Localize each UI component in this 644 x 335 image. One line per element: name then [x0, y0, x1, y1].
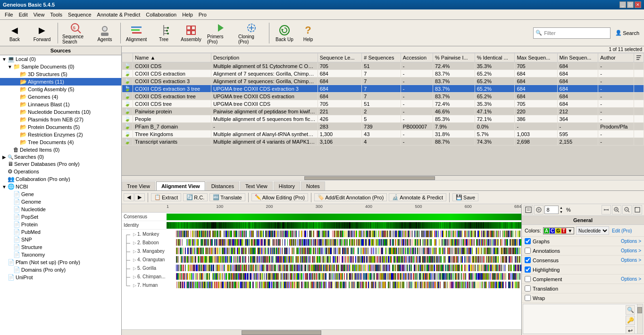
backup-button[interactable]: Back Up	[272, 21, 297, 45]
tab-tree-view[interactable]: Tree View	[122, 181, 155, 190]
sidebar-item-genome[interactable]: 📄 Genome	[0, 198, 121, 206]
sidebar-item-linnaeus[interactable]: 📂 Linnaeus Blast (1)	[0, 101, 121, 108]
col-maxseq-header[interactable]: Max Sequen...	[515, 53, 557, 62]
horizontal-scroll[interactable]	[122, 176, 644, 180]
sidebar-item-domains[interactable]: 📄 Domains (Pro only)	[0, 266, 121, 274]
hscroll-thumb[interactable]	[242, 330, 321, 335]
sidebar-item-ncbi[interactable]: ▼ 🌐 NCBI	[0, 183, 121, 190]
tab-notes[interactable]: Notes	[301, 181, 325, 190]
swatch-dropdown[interactable]: ▼	[567, 228, 573, 233]
minimize-button[interactable]: _	[619, 1, 626, 8]
sidebar-item-deleted[interactable]: 🗑 Deleted Items (0)	[0, 146, 121, 154]
menu-edit[interactable]: Edit	[16, 11, 31, 18]
vscroll-thumb[interactable]	[637, 307, 642, 313]
table-area[interactable]: Name ▲ Description Sequence Le... # Sequ…	[122, 53, 644, 176]
tree-button[interactable]: Tree	[151, 21, 176, 45]
right-panel-btn-1[interactable]	[524, 205, 533, 215]
nav-back-button[interactable]: ◀	[124, 193, 134, 201]
primers-button[interactable]: Primers (Pro)	[206, 21, 235, 45]
sidebar-item-local[interactable]: ▼ 💻 Local (0)	[0, 55, 121, 63]
sidebar-item-restriction-enzymes[interactable]: 📂 Restriction Enzymes (2)	[0, 131, 121, 138]
colors-scheme-select[interactable]: Nucleotide	[576, 226, 609, 235]
sidebar-item-protein[interactable]: 📂 Protein Documents (5)	[0, 123, 121, 131]
expand-toggle[interactable]: ▼	[7, 64, 13, 69]
sidebar-item-snp[interactable]: 📄 SNP	[0, 236, 121, 243]
help-button[interactable]: ? Help	[299, 21, 318, 45]
nav-forward-button[interactable]: ▶	[134, 193, 145, 201]
menu-tools[interactable]: Tools	[47, 11, 65, 18]
col-name-header[interactable]: Name ▲	[133, 53, 211, 62]
side-tool-3[interactable]: ↩	[626, 326, 635, 334]
side-tool-2[interactable]: 🔑	[626, 316, 635, 325]
sidebar-item-sample-docs[interactable]: ▼ 📁 Sample Documents (0)	[0, 63, 121, 70]
highlighting-checkbox[interactable]	[525, 266, 531, 273]
sidebar-item-server[interactable]: 🖥 Server Databases (Pro only)	[0, 160, 121, 168]
sidebar-item-tree-docs[interactable]: 📂 Tree Documents (4)	[0, 138, 121, 146]
col-author-header[interactable]: Author	[598, 53, 634, 62]
graphs-checkbox[interactable]	[525, 238, 531, 244]
add-annotation-button[interactable]: 🏷️ Add/Edit Annotation (Pro)	[314, 193, 387, 201]
search-button[interactable]: 👤 Search	[612, 29, 642, 37]
bottom-hscroll[interactable]	[122, 329, 521, 335]
translate-button[interactable]: 🔤 Translate	[209, 193, 245, 201]
sidebar-item-protein-ncbi[interactable]: 📄 Protein	[0, 221, 121, 228]
col-accession-header[interactable]: Accession	[401, 53, 433, 62]
consensus-options-link[interactable]: Options >	[621, 258, 641, 263]
annotate-predict-button[interactable]: 🔬 Annotate & Predict	[389, 193, 446, 201]
menu-annotate[interactable]: Annotate & Predict	[94, 11, 143, 18]
forward-button[interactable]: ▶ Forward	[29, 21, 55, 45]
sidebar-item-gene[interactable]: 📄 Gene	[0, 190, 121, 198]
sidebar-item-contig[interactable]: 📂 Contig Assembly (5)	[0, 86, 121, 93]
zoom-out-button[interactable]	[622, 205, 632, 215]
menu-sequence[interactable]: Sequence	[65, 11, 94, 18]
sidebar-item-alignments[interactable]: 📂 Alignments (11)	[0, 78, 121, 86]
col-desc-header[interactable]: Description	[211, 53, 318, 62]
sidebar-item-collaboration[interactable]: 👥 Collaboration (Pro only)	[0, 175, 121, 183]
col-minseq-header[interactable]: Min Sequen...	[557, 53, 598, 62]
sidebar-item-3d[interactable]: 📂 3D Structures (5)	[0, 70, 121, 78]
zoom-input[interactable]	[544, 206, 559, 214]
annotations-options-link[interactable]: Options >	[621, 248, 641, 253]
tab-text-view[interactable]: Text View	[240, 181, 273, 190]
col-seqlen-header[interactable]: Sequence Le...	[318, 53, 362, 62]
sidebar-item-pfam[interactable]: 📄 Pfam (Not set up) (Pro only)	[0, 258, 121, 266]
sidebar-item-structure[interactable]: 📄 Structure	[0, 243, 121, 251]
side-tool-1[interactable]: 🔍	[626, 305, 635, 315]
back-button[interactable]: ◀ Back	[2, 21, 27, 45]
save-button[interactable]: 💾 Save	[452, 193, 478, 201]
tab-history[interactable]: History	[274, 181, 300, 190]
complement-checkbox[interactable]	[525, 276, 531, 282]
sequence-search-button[interactable]: S Sequence Search	[61, 21, 90, 45]
menu-help[interactable]: Help	[179, 11, 196, 18]
zoom-in-button[interactable]	[612, 205, 621, 215]
menu-pro[interactable]: Pro	[196, 11, 209, 18]
fullscreen-button[interactable]	[633, 205, 642, 215]
rc-button[interactable]: 🔄 R.C.	[183, 193, 208, 201]
right-panel-scroll[interactable]: 🔍 🔑 ↩ 📋 🔄 ⚙ % ⊕ ▼	[523, 304, 643, 334]
maximize-button[interactable]: □	[627, 1, 634, 8]
tab-distances[interactable]: Distances	[206, 181, 239, 190]
sidebar-item-popset[interactable]: 📄 PopSet	[0, 213, 121, 221]
col-numseq-header[interactable]: # Sequences	[362, 53, 401, 62]
sidebar-item-nucleotide-ncbi[interactable]: 📄 Nucleotide	[0, 206, 121, 213]
sidebar-item-nucleotide[interactable]: 📂 Nucleotide Documents (10)	[0, 108, 121, 116]
annotations-checkbox[interactable]	[525, 248, 531, 254]
sidebar-item-plasmids[interactable]: 📂 Plasmids from NEB (27)	[0, 116, 121, 123]
right-panel-btn-2[interactable]	[534, 205, 544, 215]
menu-view[interactable]: View	[31, 11, 48, 18]
edit-pro-link[interactable]: Edit (Pro)	[612, 228, 632, 233]
sidebar-item-taxonomy[interactable]: 📄 Taxonomy	[0, 251, 121, 258]
fit-width-button[interactable]	[602, 205, 611, 215]
sidebar-item-searches[interactable]: ▶ 🔍 Searches (0)	[0, 154, 121, 160]
complement-options-link[interactable]: Options >	[621, 276, 641, 282]
graphs-options-link[interactable]: Options >	[621, 239, 641, 244]
sidebar-item-operations[interactable]: ⚙ Operations	[0, 168, 121, 175]
menu-file[interactable]: File	[2, 11, 16, 18]
sidebar-item-pubmed[interactable]: 📄 PubMed	[0, 228, 121, 236]
assembly-button[interactable]: Assembly	[178, 21, 204, 45]
wrap-checkbox[interactable]	[525, 295, 531, 301]
sidebar-item-genomes[interactable]: 📂 Genomes (4)	[0, 93, 121, 101]
menu-collaboration[interactable]: Collaboration	[143, 11, 179, 18]
consensus-checkbox[interactable]	[525, 257, 531, 263]
extract-button[interactable]: 📋 Extract	[151, 193, 181, 201]
